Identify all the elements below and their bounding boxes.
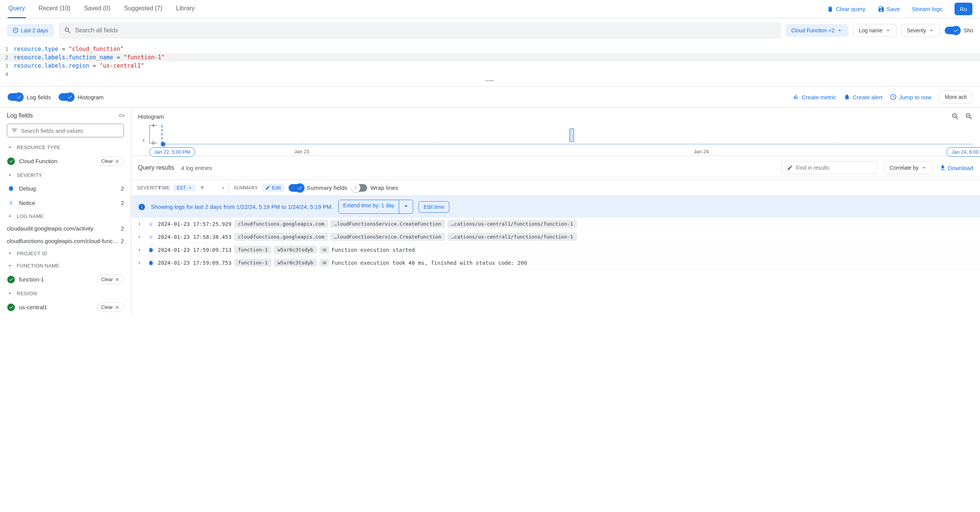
resource-filter-chip[interactable]: Cloud Function +2	[785, 24, 848, 37]
tab-saved[interactable]: Saved (0)	[83, 0, 111, 18]
filter-logname-2[interactable]: cloudfunctions.googleapis.com/cloud-func…	[0, 235, 131, 247]
expand-log-button[interactable]	[135, 247, 144, 253]
fields-search[interactable]	[7, 124, 124, 137]
collapse-sidebar-button[interactable]: < >	[119, 113, 124, 119]
chevron-down-icon[interactable]	[221, 185, 226, 191]
chevron-down-icon	[928, 27, 934, 33]
histogram-toggle[interactable]	[59, 93, 74, 101]
log-chip[interactable]: w5xr6c3tsdyb	[274, 258, 317, 266]
expand-log-button[interactable]	[135, 260, 144, 265]
fields-search-input[interactable]	[21, 128, 120, 134]
log-chip[interactable]: …loudFunctionsService.CreateFunction	[330, 220, 445, 228]
log-chip[interactable]: …cations/us-central1/functions/function-…	[447, 220, 577, 228]
filter-region-1[interactable]: us-central1 Clear	[0, 299, 131, 315]
zoom-in-icon[interactable]	[965, 112, 973, 121]
log-chip[interactable]: function-1	[234, 258, 271, 266]
section-region[interactable]: REGION	[0, 287, 131, 299]
filter-notice[interactable]: Notice 2	[0, 196, 131, 210]
search-input[interactable]	[75, 27, 776, 34]
chevron-down-icon	[885, 27, 891, 33]
col-severity[interactable]: SEVERITY	[135, 184, 153, 192]
clear-region[interactable]: Clear	[97, 302, 124, 312]
resize-handle[interactable]: ━━━	[0, 78, 980, 84]
log-chip[interactable]: …cations/us-central1/functions/function-…	[447, 233, 577, 241]
histogram-tick-2: Jan 24	[694, 149, 709, 155]
section-severity[interactable]: SEVERITY	[0, 169, 131, 181]
extend-time-button[interactable]: Extend time by: 1 day	[338, 200, 399, 214]
wrap-lines-toggle[interactable]	[352, 184, 367, 192]
filter-logname-1[interactable]: cloudaudit.googleapis.com/activity 2	[0, 222, 131, 235]
sidebar-title: Log fields	[7, 112, 33, 119]
clock-icon	[13, 27, 19, 33]
log-timestamp: 2024-01-23 17:58:38.453	[158, 234, 232, 240]
run-query-button[interactable]: Ru	[955, 3, 972, 15]
filter-debug[interactable]: Debug 2	[0, 181, 131, 196]
log-fields-sidebar: Log fields < > RESOURCE TYPE Cloud Funct…	[0, 108, 131, 315]
extend-time-dropdown[interactable]	[399, 200, 413, 214]
tab-recent[interactable]: Recent (10)	[38, 0, 72, 18]
banner-message: Showing logs for last 2 days from 1/22/2…	[151, 204, 333, 210]
tab-query[interactable]: Query	[8, 0, 26, 18]
clear-query-button[interactable]: Clear query	[827, 6, 865, 13]
stream-logs-button[interactable]: Stream logs	[912, 6, 942, 12]
wrap-lines-label: Wrap lines	[370, 185, 398, 191]
expand-log-button[interactable]	[135, 222, 144, 227]
log-fields-chip[interactable]	[319, 259, 329, 266]
pencil-icon	[265, 185, 270, 190]
histogram-prev[interactable]	[138, 125, 150, 156]
query-editor[interactable]: 1resource.type = "cloud_function" 2resou…	[0, 43, 980, 87]
log-fields-chip[interactable]	[319, 246, 329, 254]
search-all-fields[interactable]	[59, 22, 781, 39]
clear-function-name[interactable]: Clear	[97, 274, 124, 284]
col-time[interactable]: TIME EST	[156, 183, 229, 193]
log-name-filter[interactable]: Log name	[853, 24, 896, 37]
download-icon	[939, 164, 946, 171]
section-project-id[interactable]: PROJECT ID	[0, 247, 131, 259]
zoom-out-icon[interactable]	[951, 112, 959, 121]
edit-time-button[interactable]: Edit time	[418, 201, 449, 213]
jump-to-now-button[interactable]: Jump to now	[890, 94, 931, 100]
check-icon	[7, 303, 15, 311]
info-icon	[138, 203, 146, 211]
log-row[interactable]: 2024-01-23 17:58:38.453 cloudfunctions.g…	[131, 231, 980, 244]
expand-log-button[interactable]	[135, 234, 144, 240]
correlate-by-dropdown[interactable]: Correlate by	[884, 161, 932, 174]
log-chip[interactable]: cloudfunctions.googleapis.com	[234, 220, 328, 228]
find-in-results[interactable]	[782, 161, 877, 174]
tab-suggested[interactable]: Suggested (7)	[124, 0, 164, 18]
create-alert-button[interactable]: Create alert	[843, 94, 882, 100]
section-log-name[interactable]: LOG NAME	[0, 210, 131, 222]
histogram-chart[interactable]: 40 Jan 22, 5:00 PM Jan 23 Jan 24 Jan 24,…	[131, 125, 980, 156]
download-button[interactable]: Download	[939, 164, 973, 171]
filter-function-1[interactable]: function-1 Clear	[0, 271, 131, 287]
filter-cloud-function[interactable]: Cloud Function Clear	[0, 153, 131, 169]
histogram-bar[interactable]	[570, 128, 574, 142]
show-query-toggle[interactable]	[945, 27, 960, 34]
section-function-name[interactable]: FUNCTION NAME	[0, 259, 131, 271]
section-resource-type[interactable]: RESOURCE TYPE	[0, 141, 131, 153]
tab-library[interactable]: Library	[175, 0, 196, 18]
log-chip[interactable]: function-1	[234, 246, 271, 254]
edit-summary-button[interactable]: Edit	[262, 184, 284, 192]
log-row[interactable]: 2024-01-23 17:59:09.713 function-1w5xr6c…	[131, 244, 980, 256]
save-button[interactable]: Save	[878, 6, 900, 13]
histogram-title: Histogram	[138, 113, 164, 120]
clear-resource-type[interactable]: Clear	[97, 156, 124, 166]
histogram-start-handle[interactable]	[161, 142, 165, 147]
log-fields-toggle[interactable]	[8, 93, 23, 101]
severity-filter[interactable]: Severity	[901, 24, 940, 37]
log-fields-label: Log fields	[27, 94, 51, 100]
more-actions-button[interactable]: More acti	[939, 91, 972, 104]
time-range-picker[interactable]: Last 2 days	[7, 24, 54, 37]
find-input[interactable]	[796, 165, 872, 171]
summary-fields-toggle[interactable]	[288, 184, 304, 192]
log-chip[interactable]: cloudfunctions.googleapis.com	[234, 233, 328, 241]
time-range-banner: Showing logs for last 2 days from 1/22/2…	[131, 196, 980, 218]
create-metric-button[interactable]: Create metric	[792, 94, 836, 100]
log-row[interactable]: 2024-01-23 17:59:09.753 function-1w5xr6c…	[131, 256, 980, 269]
log-chip[interactable]: …loudFunctionsService.CreateFunction	[330, 233, 445, 241]
log-chip[interactable]: w5xr6c3tsdyb	[274, 246, 317, 254]
log-row[interactable]: 2024-01-23 17:57:25.929 cloudfunctions.g…	[131, 218, 980, 231]
sort-asc-icon[interactable]	[200, 185, 205, 191]
timezone-chip[interactable]: EST	[174, 185, 196, 191]
